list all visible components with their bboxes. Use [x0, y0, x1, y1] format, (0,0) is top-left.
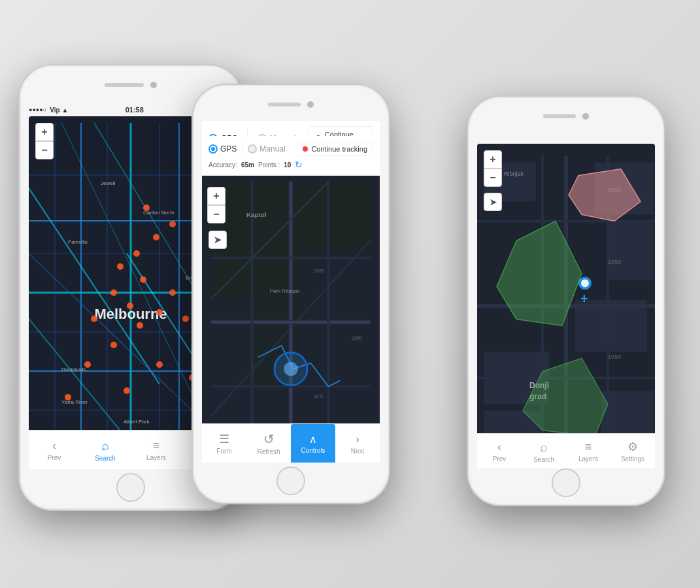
svg-point-33: [117, 263, 124, 270]
svg-point-47: [65, 394, 71, 400]
svg-point-36: [127, 302, 133, 309]
gps-panel-inner: GPS Manual Continue tracking Accuracy:: [202, 136, 380, 176]
svg-text:1050: 1050: [608, 259, 621, 265]
svg-rect-71: [608, 221, 654, 280]
continue-label-inner: Continue tracking: [311, 145, 367, 153]
gps-label-inner: GPS: [220, 144, 237, 154]
tab-search-right[interactable]: ⌕ Search: [522, 434, 566, 468]
prev-label-right: Prev: [493, 455, 507, 463]
settings-icon-right: ⚙: [627, 440, 638, 454]
tab-prev-right[interactable]: ‹ Prev: [477, 434, 522, 468]
layers-label-left: Layers: [146, 454, 166, 461]
locate-btn-center[interactable]: ➤: [208, 231, 227, 249]
home-button-left[interactable]: [116, 473, 145, 502]
home-button-right[interactable]: [552, 468, 580, 497]
vert-divider: [242, 141, 242, 157]
map-svg-center: Kaptol Park Ribnjak Zagreb 1050 1050 10 …: [202, 182, 380, 463]
svg-point-40: [137, 322, 143, 329]
search-icon-right: ⌕: [540, 440, 548, 455]
svg-point-31: [153, 234, 159, 240]
phone-center: GPS Manual Continue tracking Accuracy: 6…: [193, 85, 389, 503]
screen-right: 1050 1050 1050 Park Ribnjak Donji grad +: [477, 144, 655, 468]
zoom-in-left[interactable]: +: [35, 123, 54, 141]
tab-prev-left[interactable]: ‹ Prev: [29, 431, 80, 469]
prev-icon-right: ‹: [497, 440, 501, 454]
zoom-controls-left[interactable]: + −: [35, 123, 54, 159]
refresh-label: Refresh: [257, 448, 280, 455]
svg-point-48: [124, 387, 130, 394]
svg-point-43: [110, 342, 117, 348]
speaker-center: [268, 103, 301, 106]
prev-icon-left: ‹: [52, 439, 56, 453]
svg-point-34: [140, 276, 146, 283]
search-label-left: Search: [95, 455, 116, 462]
phone-top-bar-center: [193, 85, 389, 124]
gps-row-inner: GPS Manual Continue tracking: [208, 141, 373, 157]
home-button-center[interactable]: [276, 466, 305, 495]
track-dot-inner: [303, 146, 308, 152]
speaker-left: [105, 83, 144, 87]
zoom-in-center[interactable]: +: [207, 187, 225, 205]
refresh-icon: ↺: [263, 431, 275, 447]
next-icon: ›: [356, 433, 359, 446]
svg-text:Jewell: Jewell: [101, 180, 115, 186]
locate-btn-right[interactable]: ➤: [484, 193, 502, 211]
svg-point-45: [156, 361, 163, 368]
tab-form-center[interactable]: ☰ Form: [202, 424, 246, 463]
svg-point-67: [284, 362, 298, 376]
map-svg-right: 1050 1050 1050 Park Ribnjak Donji grad +: [477, 144, 655, 468]
accuracy-inner: Accuracy: 65m Points : 10 ↻: [208, 159, 373, 170]
layers-label-right: Layers: [578, 455, 598, 463]
tab-bar-center: ☰ Form ↺ Refresh ∧ Controls › Next: [202, 423, 380, 463]
svg-text:1050: 1050: [608, 353, 621, 360]
next-label: Next: [351, 448, 365, 455]
tab-next-center[interactable]: › Next: [335, 424, 380, 463]
svg-text:Park Ribnjak: Park Ribnjak: [270, 288, 301, 294]
gps-radio-inner[interactable]: [208, 144, 218, 154]
zoom-controls-right[interactable]: + −: [484, 150, 502, 187]
speaker-right: [543, 114, 576, 118]
continue-tracking-inner[interactable]: Continue tracking: [297, 142, 373, 156]
tab-layers-left[interactable]: ≡ Layers: [131, 431, 182, 469]
svg-point-35: [110, 289, 117, 296]
pts-label: Points :: [258, 161, 280, 169]
tab-layers-right[interactable]: ≡ Layers: [566, 434, 610, 468]
phone-top-bar-right: [468, 97, 664, 136]
tab-search-left[interactable]: ⌕ Search: [80, 431, 131, 469]
tab-bar-right: ‹ Prev ⌕ Search ≡ Layers ⚙ Settings: [477, 433, 655, 468]
svg-point-32: [133, 250, 140, 257]
carrier-label: Vip: [50, 106, 59, 114]
manual-label-inner: Manual: [259, 144, 285, 154]
svg-point-44: [84, 361, 91, 368]
refresh-small-icon[interactable]: ↻: [295, 159, 303, 170]
pts-val: 10: [284, 161, 291, 169]
svg-text:1050: 1050: [352, 336, 362, 341]
wifi-icon: ▲: [62, 106, 69, 114]
acc-val: 65m: [241, 161, 254, 169]
camera-left: [150, 82, 157, 88]
svg-text:Albert Park: Albert Park: [124, 419, 150, 425]
zoom-out-center[interactable]: −: [207, 205, 225, 223]
svg-point-92: [581, 280, 589, 287]
form-label: Form: [216, 448, 231, 455]
search-label-right: Search: [533, 456, 554, 463]
settings-label-right: Settings: [621, 455, 644, 463]
time-left: 01:58: [125, 106, 144, 114]
form-icon: ☰: [219, 432, 229, 446]
manual-radio-inner[interactable]: [248, 144, 257, 154]
camera-center: [307, 101, 314, 108]
screen-center: GPS Manual Continue tracking Accuracy:: [202, 136, 380, 463]
zoom-out-right[interactable]: −: [484, 169, 502, 187]
tab-settings-right[interactable]: ⚙ Settings: [610, 434, 655, 468]
svg-text:10 0: 10 0: [314, 394, 323, 399]
svg-point-38: [169, 289, 176, 296]
zoom-in-right[interactable]: +: [484, 150, 502, 169]
tab-refresh-center[interactable]: ↺ Refresh: [246, 424, 291, 463]
phone-right: 1050 1050 1050 Park Ribnjak Donji grad +: [468, 97, 664, 505]
tab-controls-center[interactable]: ∧ Controls: [291, 424, 335, 463]
svg-point-39: [91, 316, 97, 322]
prev-label-left: Prev: [48, 454, 61, 461]
layers-icon-left: ≡: [153, 439, 160, 453]
zoom-out-left[interactable]: −: [35, 141, 54, 159]
zoom-controls-center[interactable]: + −: [207, 187, 225, 223]
